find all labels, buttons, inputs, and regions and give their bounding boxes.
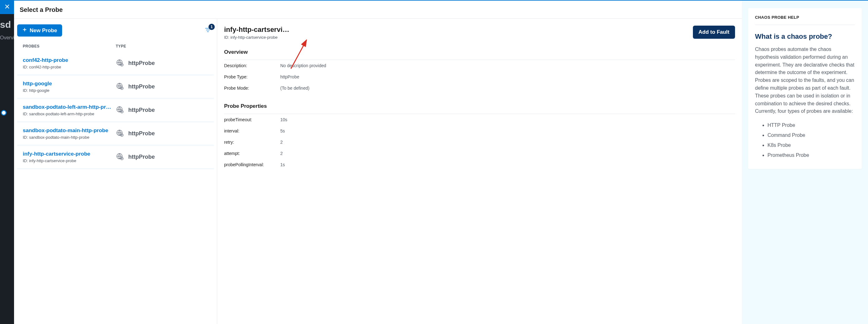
http-probe-icon xyxy=(116,82,124,92)
probe-name-cell: infy-http-cartservice-probeID: infy-http… xyxy=(23,151,116,163)
columns: New Probe 1 PROBES TYPE conf42-http-prob… xyxy=(14,19,742,324)
kv-value: 2 xyxy=(280,140,735,145)
help-list-item: Command Probe xyxy=(768,130,855,140)
probe-name: http-google xyxy=(23,81,113,87)
kv-key: Probe Type: xyxy=(224,75,280,79)
probe-type-cell: httpProbe xyxy=(116,106,208,115)
probe-name: sandbox-podtato-main-http-probe xyxy=(23,127,113,134)
probe-list-column: New Probe 1 PROBES TYPE conf42-http-prob… xyxy=(14,19,217,324)
new-probe-label: New Probe xyxy=(30,28,57,34)
help-list-item: HTTP Probe xyxy=(768,120,855,130)
kv-key: Probe Mode: xyxy=(224,86,280,91)
probe-row[interactable]: http-googleID: http-googlehttpProbe xyxy=(17,76,214,99)
list-header: PROBES TYPE xyxy=(17,38,214,52)
kv-value: httpProbe xyxy=(280,75,735,79)
close-button[interactable] xyxy=(0,0,14,14)
plus-icon xyxy=(22,27,27,34)
new-probe-button[interactable]: New Probe xyxy=(17,24,62,36)
main-area: Select a Probe New Probe 1 xyxy=(14,1,742,324)
probe-type-cell: httpProbe xyxy=(116,129,208,139)
header-type: TYPE xyxy=(116,44,208,49)
kv-row: probeTimeout:10s xyxy=(224,114,735,125)
help-panel: CHAOS PROBE HELP What is a chaos probe? … xyxy=(742,1,868,324)
kv-value: 1s xyxy=(280,162,735,167)
details-header: infy-http-cartservic… ID: infy-http-cart… xyxy=(224,26,735,40)
header-probes: PROBES xyxy=(23,44,116,49)
probe-type-label: httpProbe xyxy=(128,83,155,90)
help-list-item: Prometheus Probe xyxy=(768,150,855,160)
probe-row[interactable]: conf42-http-probeID: conf42-http-probeht… xyxy=(17,52,214,76)
http-probe-icon xyxy=(116,59,124,68)
kv-row: Probe Type:httpProbe xyxy=(224,71,735,83)
probe-name-cell: conf42-http-probeID: conf42-http-probe xyxy=(23,57,116,69)
pipeline-node-dot xyxy=(1,110,6,116)
backdrop-title-fragment: sd xyxy=(0,19,11,30)
probe-type-cell: httpProbe xyxy=(116,59,208,68)
kv-value: 5s xyxy=(280,128,735,134)
overview-kv-list: Description:No description providedProbe… xyxy=(224,60,735,94)
kv-row: interval:5s xyxy=(224,125,735,137)
details-id: ID: infy-http-cartservice-probe xyxy=(224,35,291,40)
backdrop-subtitle-fragment: Overvi xyxy=(0,35,14,40)
probe-name: infy-http-cartservice-probe xyxy=(23,151,113,157)
select-probe-panel: Select a Probe New Probe 1 xyxy=(14,0,868,324)
probe-id: ID: http-google xyxy=(23,88,113,93)
help-list: HTTP ProbeCommand ProbeK8s ProbePromethe… xyxy=(755,120,855,160)
probe-row[interactable]: sandbox-podtato-main-http-probeID: sandb… xyxy=(17,122,214,146)
probe-id: ID: infy-http-cartservice-probe xyxy=(23,158,113,163)
probe-name: conf42-http-probe xyxy=(23,57,113,63)
probe-name-cell: sandbox-podtato-left-arm-http-pro…ID: sa… xyxy=(23,104,116,116)
http-probe-icon xyxy=(116,129,124,139)
kv-row: probePollingInterval:1s xyxy=(224,159,735,170)
kv-key: attempt: xyxy=(224,151,280,156)
kv-row: attempt:2 xyxy=(224,148,735,159)
probe-type-label: httpProbe xyxy=(128,60,155,66)
kv-row: Probe Mode:(To be defined) xyxy=(224,83,735,94)
http-probe-icon xyxy=(116,106,124,115)
close-icon xyxy=(4,3,10,11)
kv-value: 10s xyxy=(280,117,735,122)
overview-section-title: Overview xyxy=(224,49,735,60)
props-kv-list: probeTimeout:10sinterval:5sretry:2attemp… xyxy=(224,114,735,170)
probe-rows: conf42-http-probeID: conf42-http-probeht… xyxy=(17,52,214,324)
kv-key: retry: xyxy=(224,140,280,145)
kv-key: probePollingInterval: xyxy=(224,162,280,167)
probe-name-cell: http-googleID: http-google xyxy=(23,81,116,93)
probe-type-label: httpProbe xyxy=(128,107,155,113)
list-toolbar: New Probe 1 xyxy=(17,24,214,38)
probe-row[interactable]: infy-http-cartservice-probeID: infy-http… xyxy=(17,146,214,169)
details-title: infy-http-cartservic… xyxy=(224,26,291,34)
probe-id: ID: sandbox-podtato-main-http-probe xyxy=(23,135,113,140)
probe-type-label: httpProbe xyxy=(128,130,155,137)
probe-id: ID: conf42-http-probe xyxy=(23,65,113,69)
add-to-fault-button[interactable]: Add to Fault xyxy=(693,26,735,39)
help-eyebrow: CHAOS PROBE HELP xyxy=(755,15,855,25)
kv-key: interval: xyxy=(224,128,280,134)
help-card: CHAOS PROBE HELP What is a chaos probe? … xyxy=(748,8,862,169)
help-title: What is a chaos probe? xyxy=(755,32,855,40)
probe-row[interactable]: sandbox-podtato-left-arm-http-pro…ID: sa… xyxy=(17,99,214,122)
kv-row: retry:2 xyxy=(224,137,735,148)
help-body: Chaos probes automate the chaos hypothes… xyxy=(755,46,855,115)
probe-name-cell: sandbox-podtato-main-http-probeID: sandb… xyxy=(23,127,116,140)
http-probe-icon xyxy=(116,152,124,162)
probe-id: ID: sandbox-podtato-left-arm-http-probe xyxy=(23,112,113,116)
kv-value: (To be defined) xyxy=(280,86,735,91)
kv-value: 2 xyxy=(280,151,735,156)
probe-details-column: infy-http-cartservic… ID: infy-http-cart… xyxy=(217,19,742,324)
probe-name: sandbox-podtato-left-arm-http-pro… xyxy=(23,104,113,110)
props-section-title: Probe Properties xyxy=(224,103,735,114)
probe-type-cell: httpProbe xyxy=(116,82,208,92)
kv-row: Description:No description provided xyxy=(224,60,735,71)
panel-title: Select a Probe xyxy=(14,1,742,19)
details-title-block: infy-http-cartservic… ID: infy-http-cart… xyxy=(224,26,291,40)
kv-key: Description: xyxy=(224,63,280,68)
help-list-item: K8s Probe xyxy=(768,140,855,150)
filter-count-badge: 1 xyxy=(209,24,215,30)
probe-type-cell: httpProbe xyxy=(116,152,208,162)
filter-button[interactable]: 1 xyxy=(205,27,211,35)
probe-type-label: httpProbe xyxy=(128,154,155,160)
kv-value: No description provided xyxy=(280,63,735,68)
kv-key: probeTimeout: xyxy=(224,117,280,122)
